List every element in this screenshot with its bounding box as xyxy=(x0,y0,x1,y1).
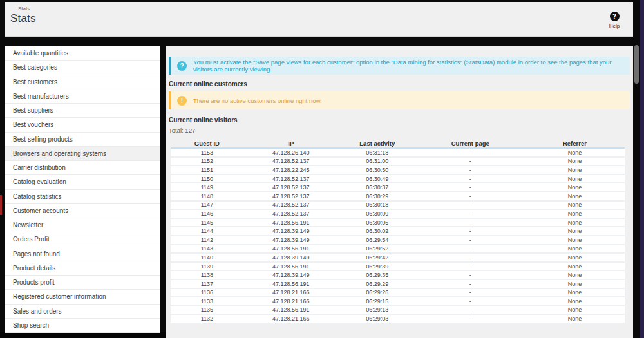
cell-guest-id: 1145 xyxy=(171,220,243,226)
cell-referrer: None xyxy=(525,228,625,234)
cell-current-page: - xyxy=(416,245,525,252)
sidebar-item-shop-search[interactable]: Shop search xyxy=(5,319,160,333)
cell-last-activity: 06:30:09 xyxy=(339,211,416,217)
cell-guest-id: 1144 xyxy=(171,228,243,234)
cell-referrer: None xyxy=(525,193,625,200)
cell-last-activity: 06:30:29 xyxy=(339,193,416,200)
table-row: 115047.128.52.13706:30:49-None xyxy=(171,175,625,184)
cell-guest-id: 1152 xyxy=(171,158,243,164)
cell-ip: 47.128.52.137 xyxy=(243,202,339,208)
sidebar-item-catalog-statistics[interactable]: Catalog statistics xyxy=(5,190,160,204)
table-row: 114347.128.56.19106:29:52-None xyxy=(171,245,625,254)
cell-current-page: - xyxy=(416,315,525,322)
cell-guest-id: 1139 xyxy=(171,263,243,270)
cell-guest-id: 1149 xyxy=(171,184,243,191)
cell-current-page: - xyxy=(416,306,525,313)
cell-current-page: - xyxy=(416,228,525,234)
sidebar-item-pages-not-found[interactable]: Pages not found xyxy=(5,247,160,261)
cell-ip: 47.128.52.137 xyxy=(243,211,339,217)
visitors-table-body: 115347.128.26.14006:31:18-None115247.128… xyxy=(171,149,625,324)
window-edge-strip xyxy=(640,0,644,338)
cell-referrer: None xyxy=(525,254,625,261)
warning-banner: ! There are no active customers online r… xyxy=(169,91,630,109)
cell-current-page: - xyxy=(416,193,525,200)
sidebar-item-browsers-and-operating-systems[interactable]: Browsers and operating systems xyxy=(5,147,160,161)
sidebar-item-available-quantities[interactable]: Available quantities xyxy=(5,46,160,61)
sidebar-item-customer-accounts[interactable]: Customer accounts xyxy=(5,204,160,218)
cell-referrer: None xyxy=(525,289,625,296)
table-row: 113847.128.39.14906:29:35-None xyxy=(171,271,625,280)
cell-guest-id: 1136 xyxy=(171,289,243,296)
cell-guest-id: 1146 xyxy=(171,211,243,217)
sidebar-item-registered-customer-information[interactable]: Registered customer information xyxy=(5,290,160,304)
cell-referrer: None xyxy=(525,306,625,313)
cell-current-page: - xyxy=(416,211,525,217)
sidebar-item-orders-profit[interactable]: Orders Profit xyxy=(5,232,160,247)
cell-referrer: None xyxy=(525,211,625,217)
cell-referrer: None xyxy=(525,149,625,156)
sidebar-item-product-details[interactable]: Product details xyxy=(5,261,160,276)
cell-last-activity: 06:29:42 xyxy=(339,254,416,261)
cell-last-activity: 06:29:15 xyxy=(339,298,416,305)
cell-ip: 47.128.56.191 xyxy=(243,281,339,287)
cell-ip: 47.128.39.149 xyxy=(243,272,339,278)
cell-referrer: None xyxy=(525,263,625,270)
sidebar-item-sales-and-orders[interactable]: Sales and orders xyxy=(5,305,160,319)
sidebar-item-best-vouchers[interactable]: Best vouchers xyxy=(5,118,160,132)
table-row: 114047.128.39.14906:29:42-None xyxy=(171,254,625,263)
sidebar-item-best-customers[interactable]: Best customers xyxy=(5,75,160,89)
sidebar-item-best-suppliers[interactable]: Best suppliers xyxy=(5,104,160,118)
cell-last-activity: 06:30:05 xyxy=(339,220,416,226)
column-header-ip: IP xyxy=(243,140,339,147)
column-header-referrer: Referrer xyxy=(525,140,625,147)
cell-last-activity: 06:29:39 xyxy=(339,263,416,270)
cell-current-page: - xyxy=(416,281,525,287)
cell-referrer: None xyxy=(525,237,625,243)
cell-referrer: None xyxy=(525,272,625,278)
sidebar-item-products-profit[interactable]: Products profit xyxy=(5,276,160,290)
sidebar-item-best-selling-products[interactable]: Best-selling products xyxy=(5,133,160,147)
info-banner: ? You must activate the "Save page views… xyxy=(169,57,630,75)
sidebar-item-catalog-evaluation[interactable]: Catalog evaluation xyxy=(5,175,160,189)
cell-ip: 47.128.21.166 xyxy=(243,315,339,322)
table-row: 115147.128.22.24506:30:50-None xyxy=(171,166,625,175)
cell-last-activity: 06:30:37 xyxy=(339,184,416,191)
table-row: 113347.128.21.16606:29:15-None xyxy=(171,297,625,306)
cell-current-page: - xyxy=(416,176,525,182)
sidebar-item-best-categories[interactable]: Best categories xyxy=(5,61,160,75)
table-row: 113547.128.56.19106:29:13-None xyxy=(171,306,625,315)
column-header-guest-id: Guest ID xyxy=(171,140,243,147)
cell-current-page: - xyxy=(416,184,525,191)
cell-referrer: None xyxy=(525,167,625,173)
left-edge-red-marker xyxy=(0,195,2,215)
cell-current-page: - xyxy=(416,289,525,296)
page-title: Stats xyxy=(10,12,36,25)
cell-guest-id: 1140 xyxy=(171,254,243,261)
column-header-current-page: Current page xyxy=(416,140,525,147)
vertical-scrollbar-thumb[interactable] xyxy=(634,45,639,84)
cell-ip: 47.128.26.140 xyxy=(243,149,339,156)
cell-referrer: None xyxy=(525,298,625,305)
table-row: 113647.128.21.16606:29:26-None xyxy=(171,289,625,298)
cell-referrer: None xyxy=(525,184,625,191)
table-row: 115347.128.26.14006:31:18-None xyxy=(171,149,625,158)
cell-referrer: None xyxy=(525,176,625,182)
cell-last-activity: 06:30:49 xyxy=(339,176,416,182)
help-icon[interactable]: ? xyxy=(610,12,620,21)
table-row: 113947.128.56.19106:29:39-None xyxy=(171,263,625,272)
sidebar-item-best-manufacturers[interactable]: Best manufacturers xyxy=(5,89,160,104)
current-online-customers-title: Current online customers xyxy=(169,80,633,88)
sidebar-item-newsletter[interactable]: Newsletter xyxy=(5,218,160,232)
cell-ip: 47.128.52.137 xyxy=(243,176,339,182)
help-button[interactable]: ? Help xyxy=(605,10,624,29)
cell-current-page: - xyxy=(416,158,525,164)
cell-ip: 47.128.21.166 xyxy=(243,289,339,296)
cell-ip: 47.128.21.166 xyxy=(243,298,339,305)
cell-ip: 47.128.39.149 xyxy=(243,254,339,261)
cell-referrer: None xyxy=(525,220,625,226)
cell-referrer: None xyxy=(525,202,625,208)
cell-ip: 47.128.39.149 xyxy=(243,228,339,234)
table-row: 114747.128.52.13706:30:18-None xyxy=(171,202,625,211)
cell-last-activity: 06:29:54 xyxy=(339,237,416,243)
sidebar-item-carrier-distribution[interactable]: Carrier distribution xyxy=(5,161,160,175)
